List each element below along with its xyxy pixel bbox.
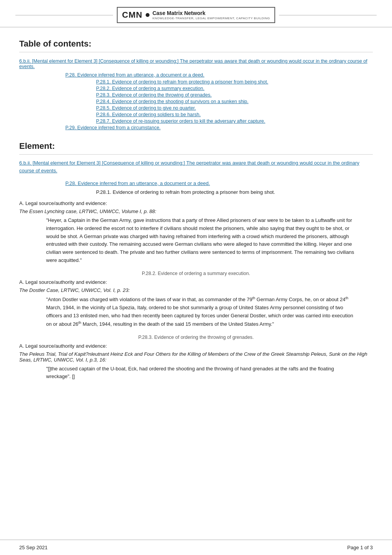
case2-quote-pre: "Anton Dostler was charged with violatio… (46, 297, 252, 302)
case3-citation: The Peleus Trial, Trial of Kapit?nleutna… (19, 351, 373, 363)
case1-citation: The Essen Lynching case, LRTWC, UNWCC, V… (19, 208, 373, 214)
p282-section: P.28.2. Evidence of ordering a summary e… (19, 271, 373, 276)
p283-section: P.28.3. Evidence of ordering the throwin… (19, 335, 373, 340)
case3-quote: "[]the accused captain of the U-boat, Ec… (46, 365, 357, 381)
case2-quote-end: March, 1944, resulting in the death of t… (81, 321, 274, 327)
legal-source-label-1: A. Legal source/authority and evidence: (19, 200, 373, 206)
element-section: Element: 6.b.ii. [Mental element for Ele… (19, 141, 373, 381)
toc-p28-link[interactable]: P.28. Evidence inferred from an utteranc… (65, 72, 204, 78)
toc-p286: P.28.6. Evidence of ordering soldiers to… (96, 112, 373, 117)
toc-p287: P.28.7. Evidence of re-issuing superior … (96, 118, 373, 124)
logo-main-text: Case Matrix Network (153, 10, 270, 17)
legal-source-label-3: A. Legal source/authority and evidence: (19, 343, 373, 349)
p28-subheading: P.28. Evidence inferred from an utteranc… (65, 180, 373, 186)
case1-ref: LRTWC, UNWCC, Volume I, p. 88: (79, 208, 156, 214)
toc-level1-link[interactable]: 6.b.ii. [Mental element for Element 3] [… (19, 58, 367, 69)
footer-page: Page 1 of 3 (347, 545, 373, 550)
toc-p283-link[interactable]: P.28.3. Evidence of ordering the throwin… (96, 92, 212, 98)
toc-p282-link[interactable]: P.28.2. Evidence of ordering a summary e… (96, 86, 204, 91)
element-intro-text: 6.b.ii. [Mental element for Element 3] [… (19, 159, 373, 174)
header-line-right (279, 15, 377, 15)
toc-p29: P.29. Evidence inferred from a circumsta… (65, 125, 373, 130)
case2-sup2: th (345, 296, 349, 300)
footer-date: 25 Sep 2021 (19, 545, 48, 550)
logo-sub-text: KNOWLEDGE-TRANSFER, LEGAL EMPOWERMENT, C… (153, 17, 270, 20)
toc-p281-link[interactable]: P.28.1. Evidence of ordering to refrain … (96, 79, 268, 85)
p28-link[interactable]: P.28. Evidence inferred from an utteranc… (65, 180, 210, 186)
header-line-left (15, 15, 113, 15)
logo-box: CMN Case Matrix Network KNOWLEDGE-TRANSF… (117, 7, 276, 23)
toc-p282: P.28.2. Evidence of ordering a summary e… (96, 86, 373, 91)
case1-quote: "Heyer, a Captain in the German Army, ga… (46, 217, 357, 265)
case2-name: The Dostler Case (19, 287, 58, 293)
toc-p281: P.28.1. Evidence of ordering to refrain … (96, 79, 373, 85)
p281-subheading: P.28.1. Evidence of ordering to refrain … (96, 189, 373, 195)
case3-comma: , (31, 357, 33, 363)
toc-p283: P.28.3. Evidence of ordering the throwin… (96, 92, 373, 98)
toc-p286-link[interactable]: P.28.6. Evidence of ordering soldiers to… (96, 112, 201, 117)
case1-name: The Essen Lynching case (19, 208, 76, 214)
p281-text: P.28.1. Evidence of ordering to refrain … (96, 189, 275, 195)
logo-text-block: Case Matrix Network KNOWLEDGE-TRANSFER, … (153, 10, 270, 20)
p282-text: P.28.2. Evidence of ordering a summary e… (142, 271, 250, 276)
legal-source-label-2: A. Legal source/authority and evidence: (19, 279, 373, 285)
case1-citation-text: , (76, 208, 79, 214)
main-content: Table of contents: 6.b.ii. [Mental eleme… (0, 27, 392, 418)
case2-ref: LRTWC, UNWCC, Vol. I, p. 23: (61, 287, 130, 293)
case2-citation: The Dostler Case, LRTWC, UNWCC, Vol. I, … (19, 287, 373, 293)
page-header: CMN Case Matrix Network KNOWLEDGE-TRANSF… (0, 0, 392, 27)
toc-p29-link[interactable]: P.29. Evidence inferred from a circumsta… (65, 125, 161, 130)
element-intro-link[interactable]: 6.b.ii. [Mental element for Element 3] [… (19, 160, 359, 173)
case2-quote-mid: German Army Corps, he, on or about 24 (255, 297, 345, 302)
toc-p284-link[interactable]: P.28.4. Evidence of ordering the shootin… (96, 99, 249, 104)
toc-level1-item: 6.b.ii. [Mental element for Element 3] [… (19, 58, 373, 69)
case2-quote: "Anton Dostler was charged with violatio… (46, 295, 357, 328)
toc-p287-link[interactable]: P.28.7. Evidence of re-issuing superior … (96, 118, 265, 124)
toc-heading: Table of contents: (19, 39, 373, 52)
p283-text: P.28.3. Evidence of ordering the throwin… (138, 335, 254, 340)
case2-sup1: th (252, 296, 255, 300)
element-heading: Element: (19, 141, 373, 155)
toc-level2-p28: P.28. Evidence inferred from an utteranc… (65, 72, 373, 78)
page-footer: 25 Sep 2021 Page 1 of 3 (0, 540, 392, 555)
toc-p285: P.28.5. Evidence of ordering to give no … (96, 105, 373, 111)
logo-cmn-text: CMN (122, 10, 143, 20)
toc-p284: P.28.4. Evidence of ordering the shootin… (96, 99, 373, 104)
toc-p285-link[interactable]: P.28.5. Evidence of ordering to give no … (96, 105, 196, 111)
case3-ref: LRTWC, UNWCC, Vol. I, p.3, 16: (33, 357, 106, 363)
toc-section: Table of contents: 6.b.ii. [Mental eleme… (19, 39, 373, 130)
logo-dot-icon (146, 13, 149, 17)
